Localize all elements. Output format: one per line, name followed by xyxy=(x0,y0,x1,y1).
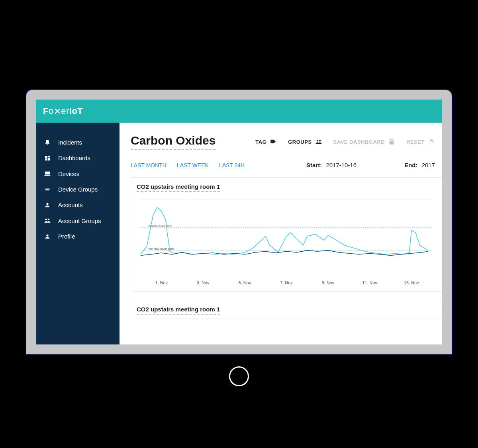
co2-chart[interactable]: critical level alertwarning level alert1… xyxy=(137,196,436,288)
sidebar-item-label: Incidents xyxy=(58,139,82,146)
sidebar-item-account-groups[interactable]: Account Groups xyxy=(36,213,120,229)
end-label: End: xyxy=(404,162,417,168)
people-icon xyxy=(315,138,322,145)
dashboard-icon xyxy=(44,155,51,161)
bell-icon xyxy=(44,139,51,146)
monitor-home-button xyxy=(229,366,249,386)
svg-text:7. Nov: 7. Nov xyxy=(280,280,293,285)
svg-text:warning level alert: warning level alert xyxy=(148,247,174,250)
sidebar-item-device-groups[interactable]: Device Groups xyxy=(36,182,120,197)
monitor-frame: Fo✕erIoT Incidents Dashboards Devices xyxy=(26,90,452,354)
sidebar-item-incidents[interactable]: Incidents xyxy=(36,135,120,150)
sidebar-item-dashboards[interactable]: Dashboards xyxy=(36,150,120,166)
sidebar-item-accounts[interactable]: Accounts xyxy=(36,197,120,213)
date-range-row: LAST MONTH LAST WEEK LAST 24H Start: 201… xyxy=(131,162,442,168)
topbar: Fo✕erIoT xyxy=(36,100,442,123)
groups-button[interactable]: GROUPS xyxy=(288,138,322,145)
sidebar-item-label: Device Groups xyxy=(58,186,98,193)
svg-text:13. Nov: 13. Nov xyxy=(404,280,419,285)
sidebar-item-profile[interactable]: Profile xyxy=(36,229,120,244)
chart-card-2: CO2 upstairs meeting room 1 xyxy=(131,300,442,319)
svg-text:11. Nov: 11. Nov xyxy=(362,280,377,285)
header-actions: TAG GROUPS SAVE DASHBOARD RESET xyxy=(255,138,442,145)
preset-last-week[interactable]: LAST WEEK xyxy=(177,162,209,168)
laptop-icon xyxy=(44,170,51,177)
preset-last-month[interactable]: LAST MONTH xyxy=(131,162,167,168)
sidebar-item-label: Devices xyxy=(58,170,79,177)
action-label: RESET xyxy=(406,139,425,145)
tag-icon xyxy=(270,138,277,145)
start-date[interactable]: Start: 2017-10-16 xyxy=(306,162,357,168)
list-icon xyxy=(44,186,51,193)
svg-text:3. Nov: 3. Nov xyxy=(197,280,210,285)
main-content: Carbon Oxides TAG GROUPS SAVE DASHBOARD xyxy=(120,123,442,344)
brand-logo: Fo✕erIoT xyxy=(43,106,83,116)
reset-button[interactable]: RESET xyxy=(406,138,435,145)
sidebar-item-label: Accounts xyxy=(58,202,83,208)
start-value: 2017-10-16 xyxy=(326,162,357,168)
svg-text:critical level alert: critical level alert xyxy=(149,224,172,228)
action-label: TAG xyxy=(255,139,266,145)
action-label: GROUPS xyxy=(288,139,311,145)
end-date[interactable]: End: 2017 xyxy=(404,162,435,168)
range-presets: LAST MONTH LAST WEEK LAST 24H xyxy=(131,162,245,168)
sidebar-item-label: Dashboards xyxy=(58,155,90,161)
svg-text:5. Nov: 5. Nov xyxy=(239,280,251,285)
sidebar: Incidents Dashboards Devices Device Grou… xyxy=(36,123,120,344)
preset-last-24h[interactable]: LAST 24H xyxy=(219,162,245,168)
sidebar-item-devices[interactable]: Devices xyxy=(36,166,120,182)
people-icon xyxy=(44,217,51,224)
svg-text:1. Nov: 1. Nov xyxy=(155,280,168,285)
end-value: 2017 xyxy=(422,162,435,168)
chart-card-1: CO2 upstairs meeting room 1 critical lev… xyxy=(131,177,442,292)
action-label: SAVE DASHBOARD xyxy=(333,139,385,145)
person-icon xyxy=(44,202,51,208)
page-title[interactable]: Carbon Oxides xyxy=(131,134,215,150)
sidebar-item-label: Profile xyxy=(58,233,75,240)
sidebar-item-label: Account Groups xyxy=(58,217,101,224)
save-dashboard-button[interactable]: SAVE DASHBOARD xyxy=(333,138,396,145)
screen: Fo✕erIoT Incidents Dashboards Devices xyxy=(36,100,442,344)
save-icon xyxy=(388,138,395,145)
tag-button[interactable]: TAG xyxy=(255,138,277,145)
undo-icon xyxy=(428,138,435,145)
card-title[interactable]: CO2 upstairs meeting room 1 xyxy=(137,183,220,192)
person-icon xyxy=(44,233,51,240)
card-title[interactable]: CO2 upstairs meeting room 1 xyxy=(137,306,220,315)
svg-text:9. Nov: 9. Nov xyxy=(322,280,335,285)
start-label: Start: xyxy=(306,162,322,168)
